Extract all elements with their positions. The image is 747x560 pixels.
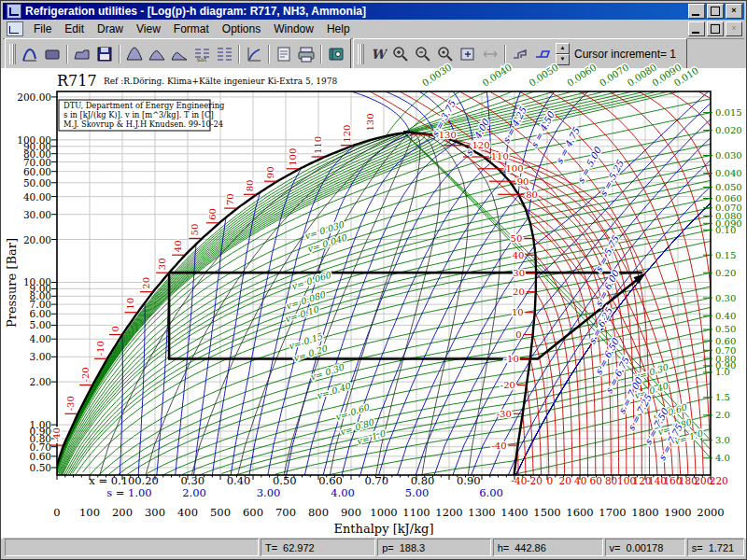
liquid-line-temp-label: 100 [288, 148, 298, 166]
status-panel-empty [5, 539, 259, 556]
temperature-axis-label: 60 [589, 475, 601, 486]
status-s: s=1.721 [687, 539, 744, 556]
pressure-tick-label: 4.00 [30, 333, 51, 344]
liquid-line-temp-label: 30 [157, 258, 167, 270]
isochore-right-label: 0.40 [715, 311, 736, 321]
diagram-window: 200.00100.0090.0080.0070.0060.0050.0040.… [3, 69, 746, 538]
quality-axis-label: 0.80 [411, 474, 435, 487]
app-window: Refrigeration utilities - [Log(p)-h diag… [0, 0, 747, 560]
isochore-right-label: 0.30 [715, 293, 736, 303]
vapor-line-temp-label: 80 [526, 189, 538, 200]
status-T: T=62.972 [261, 539, 375, 556]
isochore-right-label: 0.050 [715, 182, 742, 192]
temperature-axis-label: 0 [546, 475, 553, 486]
chart-reference: Ref :R.Döring. Klima+Kälte ingenieur Ki-… [104, 77, 338, 86]
liquid-line-temp-label: 90 [265, 166, 275, 178]
pressure-tick-label: 0.50 [30, 462, 51, 473]
status-bar: T=62.972p=188.3h=442.86v=0.00178s=1.721 [3, 537, 744, 557]
enthalpy-tick-label: 1900 [664, 506, 691, 519]
info-box-line: M.J. Skovrup & H.J.H Knudsen. 99-10-24 [63, 119, 223, 129]
enthalpy-tick-label: 300 [145, 506, 165, 519]
logp-h-diagram[interactable]: 200.00100.0090.0080.0070.0060.0050.0040.… [1, 1, 747, 560]
isochore-right-label: 0.030 [715, 150, 742, 161]
enthalpy-tick-label: 1600 [566, 506, 593, 519]
vapor-line-temp-label: 120 [472, 140, 489, 150]
vapor-line-temp-label: 40 [513, 250, 525, 260]
temperature-axis-label: 40 [574, 475, 586, 486]
status-p: p=188.3 [377, 539, 490, 556]
pressure-tick-label: 200.00 [17, 91, 51, 103]
temperature-axis-label: 220 [710, 475, 728, 486]
isochore-right-label: 3.0 [715, 435, 730, 445]
liquid-line-temp-label: 110 [313, 136, 323, 154]
enthalpy-tick-label: 2000 [697, 506, 724, 519]
isochore-right-label: 2.0 [715, 410, 730, 420]
enthalpy-tick-label: 100 [79, 506, 100, 519]
x-axis-title: Enthalpy [kJ/kg] [334, 522, 434, 536]
liquid-line-temp-label: 20 [141, 277, 151, 289]
quality-axis-label: 0.20 [134, 474, 159, 487]
isochore-right-label: 0.15 [715, 250, 736, 260]
info-box-line: DTU, Department of Energy Engineering [63, 101, 225, 110]
y-axis-title: Pressure [Bar] [5, 238, 19, 328]
quality-axis-label: 0.40 [227, 474, 251, 487]
status-h: h=442.86 [493, 539, 603, 556]
isochore-right-label: 1.5 [715, 392, 730, 402]
liquid-line-temp-label: -10 [95, 341, 106, 356]
vapor-line-temp-label: 90 [517, 176, 529, 187]
isochore-right-label: 1.0 [715, 367, 730, 377]
enthalpy-tick-label: 500 [210, 506, 231, 519]
pressure-tick-label: 50.00 [23, 177, 51, 189]
liquid-line-temp-label: 60 [207, 208, 218, 220]
liquid-line-temp-label: 120 [342, 125, 352, 143]
liquid-line-temp-label: 0 [110, 326, 120, 331]
enthalpy-tick-label: 1100 [402, 506, 430, 519]
vapor-line-temp-label: -10 [504, 354, 519, 364]
enthalpy-tick-label: 800 [308, 506, 329, 519]
liquid-line-temp-label: 70 [225, 193, 235, 205]
temperature-axis-label: -40 [511, 475, 527, 486]
enthalpy-tick-label: 900 [341, 506, 361, 519]
entropy-axis-label: 2.00 [182, 486, 206, 499]
isochore-right-label: 0.015 [715, 107, 742, 118]
isochore-right-label: 0.040 [715, 168, 742, 178]
enthalpy-tick-label: 1000 [370, 506, 397, 519]
isochore-right-label: 0.20 [715, 268, 736, 278]
pressure-tick-label: 60.00 [23, 166, 51, 177]
pressure-tick-label: 6.00 [30, 308, 51, 319]
vapor-line-temp-label: 130 [439, 130, 457, 140]
isochore-right-label: 4.0 [715, 453, 730, 463]
quality-axis-label: 0.90 [457, 474, 481, 487]
temperature-axis-label: 80 [605, 475, 617, 486]
quality-axis-label: 0.30 [180, 474, 204, 487]
pressure-tick-label: 20.00 [23, 234, 51, 245]
pressure-tick-label: 30.00 [23, 209, 51, 220]
vapor-line-temp-label: -20 [500, 380, 515, 390]
vapor-line-temp-label: 50 [511, 233, 523, 244]
liquid-line-temp-label: 50 [190, 224, 200, 236]
enthalpy-tick-label: 600 [243, 506, 263, 519]
vapor-line-temp-label: 30 [513, 268, 525, 278]
enthalpy-tick-label: 200 [112, 506, 133, 519]
liquid-line-temp-label: 10 [125, 298, 135, 310]
vapor-line-temp-label: 110 [491, 151, 509, 161]
enthalpy-tick-label: 1800 [631, 506, 658, 519]
vapor-line-temp-label: -30 [497, 409, 512, 419]
enthalpy-tick-label: 1700 [599, 506, 626, 519]
isochore-right-label: 0.50 [715, 324, 736, 334]
status-v: v=0.00178 [605, 539, 685, 556]
vapor-line-temp-label: 20 [513, 287, 525, 297]
chart-title: R717 [57, 72, 97, 90]
liquid-line-temp-label: 80 [245, 180, 255, 192]
temp-label-130: 130 [365, 113, 375, 131]
temperature-axis-label: 20 [559, 475, 571, 486]
liquid-line-temp-label: -20 [80, 367, 91, 382]
vapor-line-temp-label: 0 [515, 329, 521, 340]
quality-axis-label: 0.70 [364, 474, 388, 487]
enthalpy-tick-label: 1200 [435, 506, 462, 519]
entropy-axis-label: s = 1.00 [106, 486, 151, 499]
quality-axis-label: x = 0.10 [89, 474, 134, 487]
info-box-line: s in [kJ/(kg K)]. v in [m^3/kg]. T in [C… [63, 110, 214, 119]
vapor-line-temp-label: 100 [506, 163, 524, 174]
isochore-right-label: 0.020 [715, 125, 742, 135]
